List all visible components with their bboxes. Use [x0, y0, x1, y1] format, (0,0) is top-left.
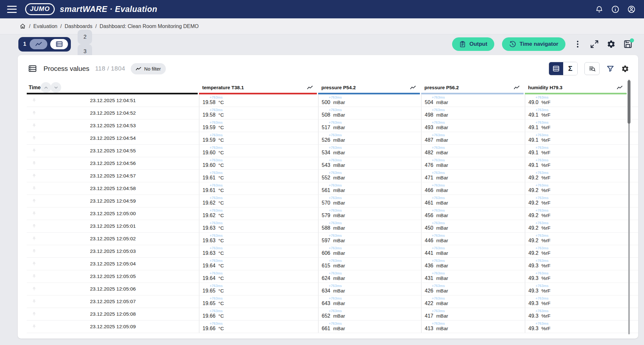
table-row[interactable]: 23.12.2025 12:04:57 +763ms 19.61°C +763m… [27, 170, 638, 182]
pin-icon[interactable] [31, 299, 37, 305]
sample-offset: +763ms [432, 183, 525, 187]
value-unit: mBar [333, 187, 345, 193]
chart-view-toggle[interactable] [30, 39, 47, 49]
table-row[interactable]: 23.12.2025 12:05:02 +763ms 19.63°C +763m… [27, 233, 638, 245]
table-row[interactable]: 23.12.2025 12:05:05 +763ms 19.64°C +763m… [27, 270, 638, 283]
sample-offset: +763ms [210, 271, 318, 275]
pin-icon[interactable] [31, 223, 37, 229]
table-row[interactable]: 23.12.2025 12:04:53 +763ms 19.59°C +763m… [27, 120, 638, 132]
table-row[interactable]: 23.12.2025 12:05:01 +763ms 19.63°C +763m… [27, 220, 638, 233]
settings-gear-icon[interactable] [607, 40, 616, 49]
pin-icon[interactable] [31, 324, 37, 330]
pin-icon[interactable] [31, 273, 37, 280]
table-row[interactable]: 23.12.2025 12:04:56 +763ms 19.60°C +763m… [27, 157, 638, 170]
value-column-header[interactable]: pressure P56.2 [421, 81, 525, 94]
time-navigator-button[interactable]: Time navigator [502, 37, 565, 51]
pin-icon[interactable] [31, 198, 37, 204]
table-row[interactable]: 23.12.2025 12:05:09 +763ms 19.66°C +763m… [27, 321, 638, 333]
tab-2[interactable]: 2 [78, 30, 92, 44]
table-row[interactable]: 23.12.2025 12:05:00 +763ms 19.62°C +763m… [27, 207, 638, 220]
breadcrumb-item[interactable]: Dashboard: Clean Room Monitoring DEMO [99, 24, 199, 29]
table-settings-gear-icon[interactable] [621, 65, 629, 73]
values-view-button[interactable] [549, 62, 563, 75]
pin-icon[interactable] [31, 236, 37, 242]
timestamp: 23.12.2025 12:05:03 [90, 248, 136, 254]
pin-icon[interactable] [31, 148, 37, 154]
value-number: 19.58 [203, 112, 215, 118]
pin-icon[interactable] [31, 110, 37, 116]
timestamp: 23.12.2025 12:05:06 [90, 286, 136, 292]
value-unit: °C [218, 112, 224, 118]
pin-icon[interactable] [31, 173, 37, 179]
pin-icon[interactable] [31, 135, 37, 141]
value-unit: %rF [541, 313, 550, 319]
value-column-header[interactable]: pressure P54.2 [318, 81, 421, 94]
value-cell: +763ms 49.2%rF [525, 233, 628, 245]
search-in-list-button[interactable] [584, 62, 600, 75]
output-button[interactable]: Output [452, 37, 495, 51]
table-row[interactable]: 23.12.2025 12:04:59 +763ms 19.62°C +763m… [27, 195, 638, 207]
expand-fullscreen-icon[interactable] [590, 40, 599, 49]
value-cell: +763ms 526mBar [318, 132, 421, 144]
table-row[interactable]: 23.12.2025 12:04:52 +763ms 19.58°C +763m… [27, 107, 638, 120]
timestamp: 23.12.2025 12:04:57 [90, 173, 136, 179]
value-number: 436 [425, 263, 433, 269]
table-row[interactable]: 23.12.2025 12:04:58 +763ms 19.61°C +763m… [27, 182, 638, 195]
table-row[interactable]: 23.12.2025 12:04:51 +763ms 19.58°C +763m… [27, 94, 638, 107]
value-unit: mBar [333, 275, 345, 281]
pin-icon[interactable] [31, 311, 37, 317]
value-number: 49.3 [528, 263, 538, 269]
table-row[interactable]: 23.12.2025 12:05:06 +763ms 19.65°C +763m… [27, 283, 638, 295]
account-icon[interactable] [627, 5, 636, 14]
pin-icon[interactable] [31, 211, 37, 217]
time-cell: 23.12.2025 12:04:54 [27, 132, 199, 144]
value-column-header[interactable]: humidity H79.3 [525, 81, 628, 94]
breadcrumb-item[interactable]: Evaluation [33, 24, 57, 29]
scrollbar-thumb[interactable] [628, 80, 630, 124]
save-dashboard-icon[interactable] [623, 40, 632, 49]
breadcrumb-item[interactable]: Dashboards [65, 24, 92, 29]
menu-icon[interactable] [7, 6, 17, 13]
info-icon[interactable] [611, 5, 620, 14]
pin-icon[interactable] [31, 123, 37, 129]
pin-icon[interactable] [31, 98, 37, 104]
value-number: 49.3 [528, 326, 538, 331]
value-cell: +763ms 49.1%rF [525, 145, 628, 157]
filter-funnel-icon[interactable] [606, 65, 614, 73]
sort-down-button[interactable] [51, 82, 61, 93]
table-row[interactable]: 23.12.2025 12:05:03 +763ms 19.63°C +763m… [27, 245, 638, 258]
value-cell: +763ms 441mBar [421, 245, 525, 257]
pin-icon[interactable] [31, 286, 37, 292]
pin-icon[interactable] [31, 186, 37, 192]
value-number: 570 [322, 200, 330, 206]
value-unit: mBar [333, 175, 345, 181]
sample-offset: +763ms [210, 309, 318, 313]
pin-icon[interactable] [31, 248, 37, 254]
sort-up-button[interactable] [41, 82, 51, 93]
value-unit: mBar [436, 112, 448, 118]
table-row[interactable]: 23.12.2025 12:05:08 +763ms 19.66°C +763m… [27, 308, 638, 321]
kebab-menu-icon[interactable] [573, 40, 582, 49]
value-cell: +763ms 19.66°C [199, 321, 318, 333]
notifications-bell-icon[interactable] [595, 5, 603, 14]
value-unit: mBar [436, 187, 448, 193]
value-number: 498 [425, 112, 433, 118]
value-cell: +763ms 19.64°C [199, 270, 318, 283]
table-row[interactable]: 23.12.2025 12:04:54 +763ms 19.59°C +763m… [27, 132, 638, 145]
table-view-toggle[interactable] [50, 39, 68, 49]
table-row[interactable]: 23.12.2025 12:05:04 +763ms 19.64°C +763m… [27, 258, 638, 270]
tab-1-active[interactable]: 1 [18, 37, 71, 52]
table-row[interactable]: 23.12.2025 12:05:07 +763ms 19.65°C +763m… [27, 295, 638, 308]
pin-icon[interactable] [31, 261, 37, 267]
table-row[interactable]: 23.12.2025 12:04:55 +763ms 19.60°C +763m… [27, 145, 638, 157]
value-cell: +763ms 597mBar [318, 233, 421, 245]
pin-icon[interactable] [31, 160, 37, 167]
value-number: 19.64 [203, 263, 215, 269]
home-icon[interactable] [19, 23, 26, 30]
value-column-header[interactable]: temperature T38.1 [199, 81, 318, 94]
time-cell: 23.12.2025 12:04:58 [27, 182, 199, 195]
statistics-sigma-button[interactable]: Σ [563, 62, 577, 75]
sample-offset: +763ms [432, 234, 525, 238]
filter-chip[interactable]: No filter [131, 63, 166, 74]
value-number: 461 [425, 200, 433, 206]
